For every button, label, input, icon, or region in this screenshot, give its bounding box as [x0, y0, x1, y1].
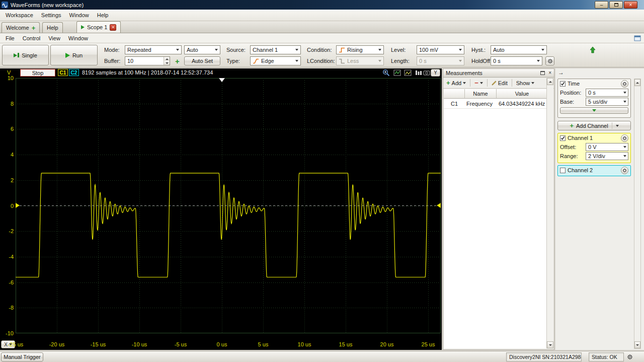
upload-arrow-icon[interactable] [590, 46, 596, 53]
measurements-scrollbar[interactable] [546, 78, 553, 348]
auto-set-button[interactable]: Auto Set [184, 56, 220, 65]
condition-select[interactable]: Rising [336, 45, 384, 54]
mode-select[interactable]: Repeated [125, 45, 182, 54]
time-group: Time Position: 0 s Base: 5 us/div [557, 79, 631, 118]
time-checkbox[interactable] [560, 81, 566, 87]
add-channel-label: Add Channel [576, 123, 608, 129]
trigger-mode-select[interactable]: Auto [184, 45, 220, 54]
channel2-options-button[interactable] [621, 167, 628, 174]
device-settings-button[interactable] [627, 354, 633, 361]
fit-trace-icon[interactable] [393, 69, 402, 76]
edge-icon [253, 58, 259, 64]
maximize-button[interactable] [609, 1, 623, 9]
run-button[interactable]: Run [50, 45, 98, 65]
tab-close-button[interactable]: × [110, 24, 116, 31]
close-button[interactable]: × [624, 1, 637, 9]
tab-scope-1[interactable]: Scope 1 × [76, 21, 121, 33]
channel1-offset-marker-right[interactable] [437, 203, 441, 208]
hyst-select[interactable]: Auto [491, 45, 547, 54]
cursors-icon[interactable] [415, 69, 423, 76]
scroll-down-button[interactable] [547, 341, 553, 348]
scope-menu-item-view[interactable]: View [44, 33, 64, 43]
expand-time-button[interactable] [560, 107, 628, 114]
show-measurement-button[interactable]: Show [515, 79, 536, 87]
column-header-value[interactable]: Value [497, 89, 547, 99]
float-panel-icon[interactable] [540, 71, 545, 75]
type-select[interactable]: Edge [250, 56, 301, 65]
level-select[interactable]: 100 mV [417, 45, 464, 54]
range-label: Range: [560, 153, 578, 159]
plus-icon: + [32, 25, 36, 31]
chevron-down-icon [378, 49, 381, 51]
holdoff-select[interactable]: 0 s [491, 56, 542, 65]
y-axis-button-label: Y [434, 70, 437, 76]
collapse-panel-icon[interactable]: → [558, 69, 564, 76]
close-icon: × [629, 3, 632, 8]
minimize-icon: – [600, 3, 603, 8]
base-select[interactable]: 5 us/div [586, 98, 628, 106]
measurement-channel: C1 [444, 99, 465, 108]
channel2-checkbox[interactable] [560, 168, 566, 173]
pencil-icon [492, 81, 497, 86]
single-button[interactable]: Single [2, 45, 49, 65]
persistence-icon[interactable] [404, 69, 413, 76]
column-header-channel[interactable] [444, 89, 465, 99]
measurements-title: Measurements [446, 70, 482, 76]
menu-item-help[interactable]: Help [93, 10, 113, 20]
run-icon [65, 53, 70, 58]
add-label: Add [452, 80, 462, 86]
measurement-row[interactable]: C1Frequency64.034349224 kHz [444, 99, 547, 109]
gear-icon [622, 136, 627, 140]
add-channel-button[interactable]: + Add Channel [557, 121, 631, 130]
stop-button[interactable]: Stop [20, 69, 55, 77]
scroll-up-button[interactable] [634, 79, 640, 86]
scope-menu-items: FileControlViewWindow [0, 33, 644, 43]
plus-icon: + [175, 57, 180, 65]
scope-menu-item-control[interactable]: Control [19, 33, 44, 43]
x-tick-label: -20 us [41, 341, 72, 347]
scope-menu-item-window[interactable]: Window [64, 33, 92, 43]
edit-measurement-button[interactable]: Edit [490, 79, 509, 87]
add-buffer-button[interactable]: + [174, 57, 181, 65]
range-select[interactable]: 2 V/div [586, 152, 628, 160]
scroll-down-button[interactable] [634, 341, 640, 348]
add-measurement-button[interactable]: + Add [445, 79, 467, 87]
minimize-button[interactable]: – [595, 1, 608, 9]
time-options-button[interactable] [621, 80, 628, 88]
lcondition-value: Less [347, 58, 359, 64]
zoom-in-icon[interactable] [382, 69, 391, 76]
scope-menu-item-file[interactable]: File [2, 33, 19, 43]
column-header-name[interactable]: Name [465, 89, 497, 99]
tab-help[interactable]: Help [42, 22, 63, 33]
trigger-options-button[interactable] [545, 56, 554, 65]
plot-area[interactable] [16, 78, 441, 333]
channel1-toggle-button[interactable]: C1 [58, 69, 68, 76]
menu-item-settings[interactable]: Settings [37, 10, 65, 20]
type-label: Type: [226, 56, 240, 65]
channel2-toggle-button[interactable]: C2 [69, 69, 79, 76]
maximize-icon [614, 3, 618, 7]
measurements-rows: C1Frequency64.034349224 kHz [444, 99, 547, 109]
channel1-checkbox[interactable] [560, 135, 566, 141]
spinner-arrows[interactable] [164, 57, 170, 65]
settings-scrollbar[interactable] [634, 79, 641, 349]
window-layout-icon[interactable] [634, 35, 641, 41]
tab-welcome[interactable]: Welcome + [2, 22, 40, 33]
y-axis-button[interactable]: Y [431, 69, 440, 77]
menu-item-window[interactable]: Window [65, 10, 93, 20]
scroll-up-button[interactable] [547, 78, 553, 85]
trigger-position-marker[interactable] [219, 78, 225, 82]
channel1-offset-marker-left[interactable] [16, 203, 20, 208]
close-panel-icon[interactable]: × [548, 70, 551, 76]
menu-item-workspace[interactable]: Workspace [2, 10, 37, 20]
remove-measurement-button[interactable]: − [473, 79, 485, 87]
tab-bar: Welcome + Help Scope 1 × [0, 21, 644, 33]
buffer-spinbox[interactable]: 10 [125, 56, 170, 65]
source-select[interactable]: Channel 1 [250, 45, 301, 54]
chevron-down-icon [537, 60, 540, 62]
position-select[interactable]: 0 s [586, 89, 628, 97]
channel1-options-button[interactable] [621, 134, 628, 142]
edit-label: Edit [498, 80, 508, 86]
manual-trigger-button[interactable]: Manual Trigger [1, 352, 43, 361]
offset-select[interactable]: 0 V [586, 143, 628, 151]
